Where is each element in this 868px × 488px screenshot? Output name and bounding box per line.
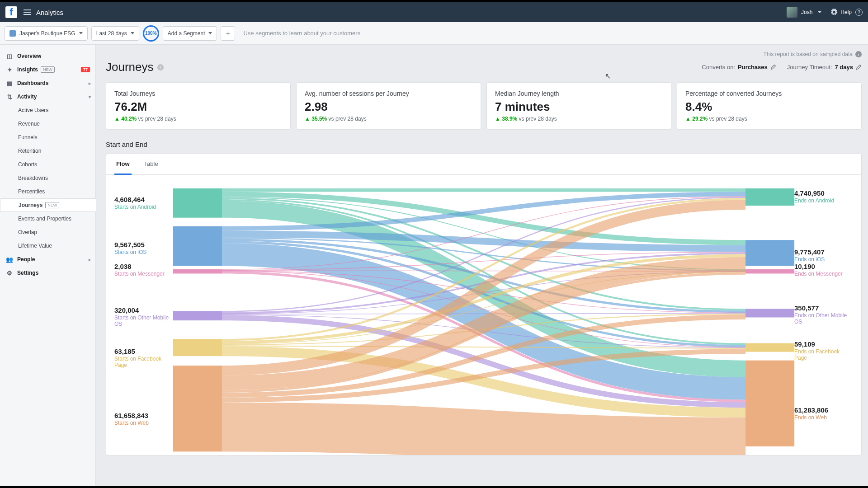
pencil-icon bbox=[856, 64, 862, 70]
sankey-label: 4,608,464Starts on Android bbox=[114, 196, 156, 210]
settings-button[interactable] bbox=[830, 9, 838, 16]
kpi-row: Total Journeys76.2M▲ 40.2% vs prev 28 da… bbox=[106, 82, 862, 130]
user-menu[interactable]: Josh bbox=[787, 7, 821, 18]
new-badge: NEW bbox=[41, 66, 55, 73]
sidebar-label: Cohorts bbox=[18, 161, 37, 168]
svg-rect-9 bbox=[745, 309, 794, 317]
sidebar-item-journeys[interactable]: JourneysNEW bbox=[0, 198, 96, 212]
kpi-value: 7 minutes bbox=[495, 100, 663, 114]
sidebar-item-retention[interactable]: Retention bbox=[0, 144, 95, 158]
sidebar-item-overview[interactable]: ◫ Overview bbox=[0, 49, 95, 63]
sidebar-item-dashboards[interactable]: ▦ Dashboards ▸ bbox=[0, 76, 95, 90]
sidebar-item-active-users[interactable]: Active Users bbox=[0, 103, 95, 117]
info-icon[interactable]: i bbox=[157, 64, 164, 70]
sidebar-item-overlap[interactable]: Overlap bbox=[0, 225, 95, 239]
sample-percent-indicator[interactable]: 100% bbox=[143, 25, 159, 42]
sidebar-item-insights[interactable]: ✦ Insights NEW 77 bbox=[0, 63, 95, 76]
kpi-card: Total Journeys76.2M▲ 40.2% vs prev 28 da… bbox=[106, 82, 291, 130]
cursor-icon: ↖ bbox=[605, 72, 611, 80]
kpi-delta: ▲ 38.9% vs prev 28 days bbox=[495, 116, 663, 122]
sidebar-label: Overview bbox=[17, 53, 41, 59]
sidebar-label: Retention bbox=[18, 148, 41, 154]
converts-on[interactable]: Converts on: Purchases bbox=[702, 64, 776, 70]
sidebar-label: Breakdowns bbox=[18, 175, 48, 181]
sidebar: ◫ Overview ✦ Insights NEW 77 ▦ Dashboard… bbox=[0, 45, 96, 488]
svg-rect-2 bbox=[173, 269, 222, 274]
kpi-delta: ▲ 40.2% vs prev 28 days bbox=[114, 116, 282, 122]
sidebar-label: Events and Properties bbox=[18, 216, 71, 222]
activity-icon: ⇅ bbox=[5, 94, 14, 100]
new-badge: NEW bbox=[45, 202, 59, 208]
chevron-right-icon: ▸ bbox=[89, 81, 91, 86]
sidebar-label: Insights bbox=[17, 66, 38, 73]
user-name: Josh bbox=[801, 9, 812, 15]
project-name: Jasper's Boutique ESG bbox=[19, 30, 75, 37]
sankey-label: 4,740,950Ends on Android bbox=[794, 189, 834, 204]
kpi-delta: ▲ 35.5% vs prev 28 days bbox=[305, 116, 472, 122]
sankey-label: 2,038Starts on Messenger bbox=[114, 263, 165, 277]
sankey-label: 10,190Ends on Messenger bbox=[794, 263, 843, 277]
journey-timeout[interactable]: Journey Timeout: 7 days bbox=[787, 64, 862, 70]
sample-note-text: This report is based on sampled data bbox=[764, 51, 853, 57]
info-icon[interactable]: i bbox=[855, 51, 862, 57]
page-title-text: Journeys bbox=[106, 60, 154, 74]
kpi-card: Median Journey length7 minutes▲ 38.9% vs… bbox=[486, 82, 671, 130]
pencil-icon bbox=[770, 64, 776, 70]
sample-note: This report is based on sampled data i bbox=[106, 51, 862, 57]
sidebar-label: Settings bbox=[17, 270, 38, 276]
chevron-right-icon: ▸ bbox=[89, 257, 91, 262]
overview-icon: ◫ bbox=[5, 53, 14, 60]
date-range-selector[interactable]: Last 28 days bbox=[91, 26, 139, 41]
tab-flow[interactable]: Flow bbox=[114, 154, 132, 175]
chevron-down-icon bbox=[131, 32, 134, 34]
kpi-value: 8.4% bbox=[685, 100, 853, 114]
app-title: Analytics bbox=[36, 9, 63, 16]
meta-value: Purchases bbox=[738, 64, 768, 70]
kpi-label: Median Journey length bbox=[495, 90, 663, 97]
svg-rect-11 bbox=[745, 361, 794, 446]
chevron-down-icon: ▾ bbox=[89, 94, 91, 99]
facebook-logo-icon[interactable]: f bbox=[5, 6, 17, 18]
add-segment-button[interactable]: Add a Segment bbox=[163, 26, 217, 41]
chevron-down-icon bbox=[818, 11, 821, 13]
sidebar-item-breakdowns[interactable]: Breakdowns bbox=[0, 171, 95, 185]
kpi-value: 76.2M bbox=[114, 100, 282, 114]
sidebar-item-settings[interactable]: ⚙ Settings bbox=[0, 266, 95, 280]
help-button[interactable]: Help ? bbox=[840, 9, 863, 16]
svg-rect-8 bbox=[745, 269, 794, 274]
sidebar-item-events-and-properties[interactable]: Events and Properties bbox=[0, 212, 95, 225]
sidebar-item-revenue[interactable]: Revenue bbox=[0, 117, 95, 131]
content-area: This report is based on sampled data i J… bbox=[96, 45, 868, 488]
sidebar-item-funnels[interactable]: Funnels bbox=[0, 131, 95, 144]
sidebar-label: Activity bbox=[17, 94, 37, 100]
sidebar-item-percentiles[interactable]: Percentiles bbox=[0, 185, 95, 198]
avatar bbox=[787, 7, 797, 18]
dashboards-icon: ▦ bbox=[5, 80, 14, 87]
svg-rect-7 bbox=[745, 240, 794, 266]
meta-label: Journey Timeout: bbox=[787, 64, 832, 70]
sidebar-item-cohorts[interactable]: Cohorts bbox=[0, 158, 95, 171]
add-segment-label: Add a Segment bbox=[168, 30, 205, 37]
tabs: Flow Table bbox=[106, 154, 861, 175]
kpi-card: Avg. number of sessions per Journey2.98▲… bbox=[296, 82, 481, 130]
section-title: Start and End bbox=[106, 141, 862, 154]
kpi-card: Percentage of converted Journeys8.4%▲ 29… bbox=[677, 82, 862, 130]
hamburger-menu-icon[interactable] bbox=[24, 9, 31, 15]
gear-icon bbox=[830, 9, 838, 16]
project-selector[interactable]: Jasper's Boutique ESG bbox=[5, 26, 88, 41]
page-header: Journeys i ↖ Converts on: Purchases Jour… bbox=[106, 60, 862, 74]
sankey-label: 63,185Starts on Facebook Page bbox=[114, 347, 173, 369]
sidebar-label: Funnels bbox=[18, 134, 38, 141]
sidebar-item-activity[interactable]: ⇅ Activity ▾ bbox=[0, 90, 95, 103]
sankey-chart: 4,608,464Starts on Android9,567,505Start… bbox=[106, 175, 861, 455]
count-badge: 77 bbox=[81, 67, 90, 72]
tab-table[interactable]: Table bbox=[142, 154, 160, 174]
sidebar-label: Revenue bbox=[18, 121, 40, 127]
sidebar-item-lifetime-value[interactable]: Lifetime Value bbox=[0, 239, 95, 253]
sidebar-label: Dashboards bbox=[17, 80, 48, 86]
chevron-down-icon bbox=[208, 32, 212, 34]
svg-rect-3 bbox=[173, 311, 222, 320]
add-button[interactable]: + bbox=[221, 26, 235, 41]
sidebar-item-people[interactable]: 👥 People ▸ bbox=[0, 253, 95, 266]
svg-rect-6 bbox=[745, 188, 794, 206]
